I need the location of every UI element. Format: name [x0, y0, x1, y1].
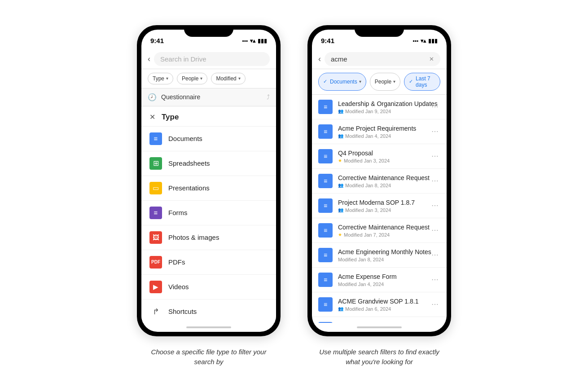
- result-info: ACME Grandview SOP 1.8.1👥Modified Jan 6,…: [338, 297, 424, 312]
- list-item-videos[interactable]: ▶ Videos: [141, 275, 276, 300]
- result-name: Q4 Proposal: [338, 150, 373, 157]
- list-item-documents[interactable]: ≡ Documents: [141, 127, 276, 151]
- filter-people-1[interactable]: People ▾: [177, 73, 207, 84]
- back-button-1[interactable]: ‹: [148, 54, 150, 64]
- result-item[interactable]: ≡ACME Grandview SOP 1.8.1👥Modified Jan 6…: [312, 292, 447, 317]
- doc-icon: ≡: [318, 248, 333, 262]
- more-options-button[interactable]: ⋯: [430, 249, 440, 261]
- result-date: Modified Jan 7, 2024: [344, 232, 390, 238]
- result-name: Acme Project Requirements: [338, 125, 416, 132]
- filter-documents[interactable]: ✓ Documents ▾: [318, 73, 366, 91]
- filter-type[interactable]: Type ▾: [148, 73, 173, 84]
- doc-icon: ≡: [318, 297, 333, 312]
- doc-icon: ≡: [318, 198, 333, 213]
- chevron-down-icon-5: ▾: [393, 79, 395, 84]
- more-options-button[interactable]: ⋯: [430, 101, 440, 113]
- search-query: acme: [331, 55, 347, 63]
- check-icon-2: ✓: [409, 79, 413, 84]
- result-name: Project Moderna SOP 1.8.7: [338, 199, 415, 206]
- search-input-1[interactable]: Search in Drive: [154, 52, 270, 66]
- documents-icon: ≡: [149, 132, 162, 145]
- list-item-spreadsheets[interactable]: ⊞ Spreadsheets: [141, 151, 276, 176]
- shared-icon: 👥: [338, 306, 343, 311]
- type-title: Type: [162, 113, 179, 122]
- home-bar-1: [186, 326, 231, 328]
- result-meta: 👥Modified Jan 8, 2024: [338, 183, 424, 188]
- spreadsheets-label: Spreadsheets: [168, 159, 210, 167]
- more-options-button[interactable]: ⋯: [430, 125, 440, 137]
- chevron-down-icon-4: ▾: [359, 79, 361, 84]
- more-options-button[interactable]: ⋯: [430, 298, 440, 310]
- close-icon[interactable]: ✕: [149, 113, 155, 121]
- result-name: Leadership & Organization Updates: [338, 100, 438, 107]
- result-date: Modified Jan 8, 2024: [345, 183, 391, 188]
- filter-last7days[interactable]: ✓ Last 7 days: [404, 73, 440, 91]
- filter-people-2[interactable]: People ▾: [370, 73, 400, 91]
- phone2-wrapper: 9:41 ▪▪▪ ▾▴ ▮▮▮ ‹ acme ✕ ✓ Document: [307, 25, 451, 367]
- presentations-icon: ▭: [149, 182, 162, 194]
- result-item[interactable]: ≡Q4 Proposal★Modified Jan 3, 2024⋯: [312, 144, 447, 169]
- phone1: 9:41 ▪▪▪ ▾▴ ▮▮▮ ‹ Search in Drive Type ▾: [137, 25, 281, 336]
- doc-icon: ≡: [318, 273, 333, 287]
- doc-icon: ≡: [318, 174, 333, 188]
- more-options-button[interactable]: ⋯: [430, 175, 440, 187]
- result-info: Acme Project Requirements👥Modified Jan 4…: [338, 124, 424, 139]
- result-item[interactable]: ≡Project Moderna SOP 1.8.7👥Modified Jan …: [312, 194, 447, 218]
- photos-label: Photos & images: [168, 233, 219, 241]
- forms-label: Forms: [168, 209, 188, 216]
- status-time-2: 9:41: [321, 37, 334, 44]
- wifi-icon-2: ▾▴: [421, 38, 426, 44]
- result-info: Acme Expense FormModified Jan 4, 2024: [338, 273, 424, 287]
- more-options-button[interactable]: ⋯: [430, 199, 440, 211]
- search-placeholder: Search in Drive: [160, 55, 206, 63]
- status-icons-1: ▪▪▪ ▾▴ ▮▮▮: [242, 38, 267, 44]
- result-info: Q4 Proposal★Modified Jan 3, 2024: [338, 149, 424, 163]
- more-options-button[interactable]: ⋯: [430, 150, 440, 162]
- presentations-label: Presentations: [168, 184, 210, 192]
- shared-icon: 👥: [338, 183, 343, 188]
- result-item[interactable]: ≡Acme Expense FormModified Jan 4, 2024⋯: [312, 268, 447, 292]
- clear-search-icon[interactable]: ✕: [429, 56, 434, 62]
- filter-modified[interactable]: Modified ▾: [211, 73, 245, 84]
- result-date: Modified Jan 4, 2024: [338, 282, 384, 287]
- result-info: Acme Engineering Monthly NotesModified J…: [338, 248, 424, 262]
- result-meta: 👥Modified Jan 9, 2024: [338, 109, 424, 114]
- result-item[interactable]: ≡Leadership & Organization Updates👥Modif…: [312, 95, 447, 119]
- filter-people-2-label: People: [375, 79, 391, 85]
- list-item-forms[interactable]: ≡ Forms: [141, 201, 276, 225]
- check-icon-1: ✓: [323, 79, 327, 84]
- result-item[interactable]: ≡Corrective Maintenance Request👥Modified…: [312, 317, 447, 323]
- result-info: Project Moderna SOP 1.8.7👥Modified Jan 3…: [338, 198, 424, 213]
- recent-row[interactable]: 🕗 Questionnaire ⤴: [141, 88, 276, 106]
- phone2-screen: 9:41 ▪▪▪ ▾▴ ▮▮▮ ‹ acme ✕ ✓ Document: [312, 30, 447, 332]
- back-button-2[interactable]: ‹: [318, 54, 321, 64]
- shortcuts-icon: ↱: [149, 305, 162, 318]
- signal-icon-2: ▪▪▪: [412, 38, 418, 44]
- list-item-presentations[interactable]: ▭ Presentations: [141, 176, 276, 201]
- list-item-shortcuts[interactable]: ↱ Shortcuts: [141, 300, 276, 323]
- type-header: ✕ Type: [141, 106, 276, 127]
- home-indicator-1: [141, 323, 276, 332]
- chevron-down-icon-2: ▾: [200, 76, 202, 81]
- filter-row-2: ✓ Documents ▾ People ▾ ✓ Last 7 days: [312, 69, 447, 95]
- result-name: Acme Expense Form: [338, 273, 397, 280]
- filter-people-1-label: People: [182, 75, 198, 82]
- doc-icon: ≡: [318, 149, 333, 163]
- list-item-photos[interactable]: 🖼 Photos & images: [141, 225, 276, 250]
- more-options-button[interactable]: ⋯: [430, 224, 440, 236]
- result-item[interactable]: ≡Acme Project Requirements👥Modified Jan …: [312, 119, 447, 144]
- result-item[interactable]: ≡Corrective Maintenance Request★Modified…: [312, 218, 447, 243]
- result-item[interactable]: ≡Corrective Maintenance Request👥Modified…: [312, 169, 447, 194]
- result-info: Corrective Maintenance Request👥Modified …: [338, 174, 424, 188]
- home-bar-2: [357, 326, 402, 328]
- result-name: Corrective Maintenance Request: [338, 224, 430, 231]
- battery-icon: ▮▮▮: [258, 38, 267, 44]
- list-item-pdfs[interactable]: PDF PDFs: [141, 250, 276, 275]
- result-meta: Modified Jan 8, 2024: [338, 257, 424, 262]
- shared-icon: 👥: [338, 133, 343, 138]
- result-item[interactable]: ≡Acme Engineering Monthly NotesModified …: [312, 243, 447, 268]
- videos-icon: ▶: [149, 281, 162, 293]
- search-input-2[interactable]: acme ✕: [325, 52, 440, 66]
- recent-arrow-icon: ⤴: [267, 93, 270, 101]
- more-options-button[interactable]: ⋯: [430, 273, 440, 286]
